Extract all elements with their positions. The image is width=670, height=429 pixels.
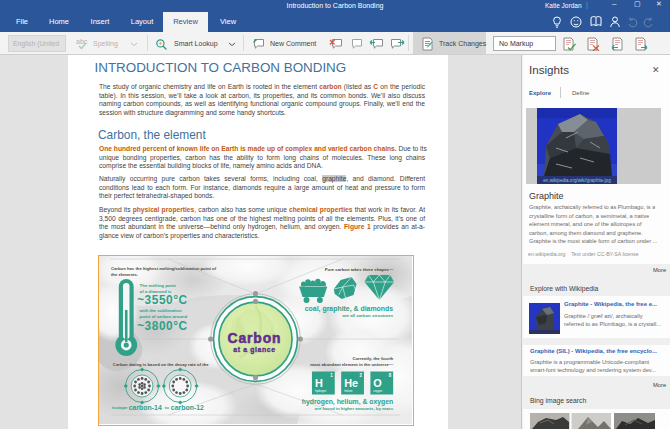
- svg-text:He: He: [344, 377, 358, 389]
- svg-text:helium: helium: [344, 389, 353, 393]
- svg-text:Carbon has the highest melting: Carbon has the highest melting/sublimati…: [111, 266, 217, 271]
- svg-text:at a glance: at a glance: [233, 346, 275, 354]
- svg-text:the elements.: the elements.: [111, 272, 138, 277]
- svg-text:Currently, the fourth: Currently, the fourth: [352, 356, 393, 361]
- svg-text:are all carbon structures: are all carbon structures: [343, 313, 394, 318]
- svg-text:The melting point: The melting point: [140, 283, 177, 288]
- svg-text:most abundant element in the u: most abundant element in the universe—: [310, 362, 394, 367]
- svg-text:to: to: [165, 405, 169, 410]
- svg-text:carbon-14: carbon-14: [129, 404, 162, 411]
- svg-text:H: H: [315, 377, 323, 389]
- svg-text:Carbon: Carbon: [228, 330, 282, 346]
- svg-text:are found in higher amounts, b: are found in higher amounts, by mass: [315, 406, 394, 411]
- svg-text:~3800°C: ~3800°C: [137, 319, 188, 333]
- svg-text:en.wikipedia.org/wiki/graphite: en.wikipedia.org/wiki/graphite.jpg: [543, 178, 611, 183]
- svg-text:hydrogen, helium, & oxygen: hydrogen, helium, & oxygen: [302, 398, 393, 406]
- svg-text:~3550°C: ~3550°C: [137, 293, 188, 307]
- svg-text:oxygen: oxygen: [373, 389, 382, 393]
- svg-text:Carbon dating is based on the: Carbon dating is based on the decay rate…: [113, 362, 209, 367]
- svg-text:Pure carbon takes three shapes: Pure carbon takes three shapes—: [325, 267, 394, 272]
- svg-text:coal, graphite, & diamonds: coal, graphite, & diamonds: [305, 305, 394, 313]
- svg-text:hydrogen: hydrogen: [315, 389, 327, 393]
- svg-text:carbon-12: carbon-12: [171, 404, 204, 411]
- svg-text:O: O: [373, 377, 382, 389]
- svg-text:with the sublimation: with the sublimation: [139, 308, 182, 313]
- svg-text:isotope: isotope: [112, 405, 128, 410]
